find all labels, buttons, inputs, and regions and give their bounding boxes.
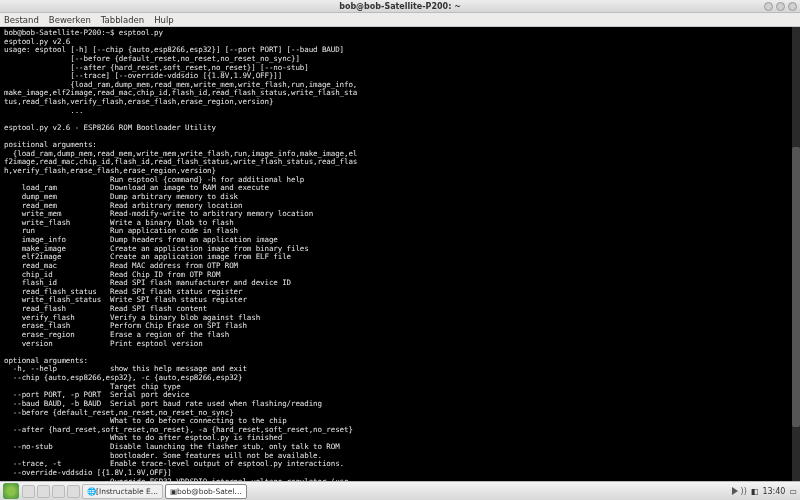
system-tray: )) ◧ 13:40 ▭: [732, 487, 797, 496]
terminal-icon: ▣: [170, 487, 177, 496]
terminal[interactable]: bob@bob-Satellite-P200:~$ esptool.py esp…: [0, 27, 800, 481]
taskbar-launcher-2[interactable]: [37, 485, 50, 498]
volume-icon[interactable]: [732, 487, 738, 495]
taskbar-app-label-2: bob@bob-Satel...: [177, 487, 242, 496]
scrollbar-thumb[interactable]: [792, 147, 800, 427]
terminal-scrollbar[interactable]: [792, 27, 800, 481]
volume-waves-icon: )): [741, 487, 747, 496]
window-title: bob@bob-Satellite-P200: ~: [339, 2, 461, 11]
taskbar-app-terminal[interactable]: ▣ bob@bob-Satel...: [165, 484, 247, 499]
taskbar-launcher-1[interactable]: [22, 485, 35, 498]
window-controls: [764, 2, 797, 11]
taskbar-launcher-3[interactable]: [52, 485, 65, 498]
window-titlebar: bob@bob-Satellite-P200: ~: [0, 0, 800, 13]
taskbar-launcher-4[interactable]: [67, 485, 80, 498]
menu-bewerken[interactable]: Bewerken: [49, 15, 91, 25]
menu-tabbladen[interactable]: Tabbladen: [101, 15, 144, 25]
clock[interactable]: 13:40: [762, 487, 785, 496]
menu-hulp[interactable]: Hulp: [154, 15, 174, 25]
taskbar: 🌐 [Instructable E... ▣ bob@bob-Satel... …: [0, 481, 800, 500]
minimize-button[interactable]: [764, 2, 773, 11]
menu-bestand[interactable]: Bestand: [4, 15, 39, 25]
maximize-button[interactable]: [776, 2, 785, 11]
taskbar-app-browser[interactable]: 🌐 [Instructable E...: [82, 484, 163, 499]
menubar: Bestand Bewerken Tabbladen Hulp: [0, 13, 800, 27]
close-button[interactable]: [788, 2, 797, 11]
globe-icon: 🌐: [87, 487, 96, 496]
taskbar-app-label-1: [Instructable E...: [96, 487, 158, 496]
show-desktop-icon[interactable]: ▭: [789, 487, 797, 496]
terminal-output: esptool.py v2.6 usage: esptool [-h] [--c…: [4, 37, 357, 481]
tray-indicator-icon[interactable]: ◧: [751, 487, 759, 496]
start-button[interactable]: [3, 483, 19, 499]
